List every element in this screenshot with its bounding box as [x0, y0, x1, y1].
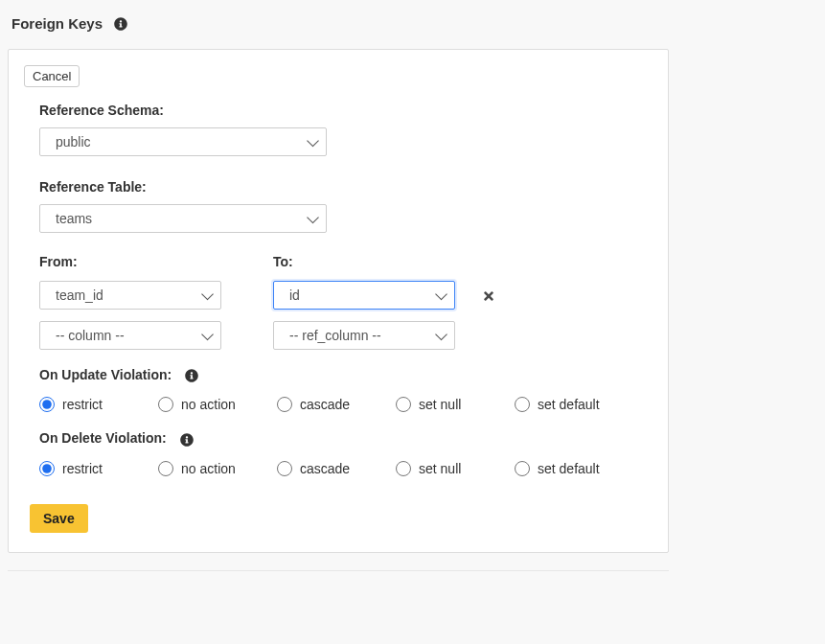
- to-column-placeholder-select[interactable]: -- ref_column --: [273, 321, 455, 350]
- to-column-select-wrap: id: [273, 281, 455, 310]
- reference-table-label: Reference Table:: [39, 173, 653, 204]
- on-update-restrict[interactable]: restrict: [39, 396, 147, 413]
- reference-table-select-wrap: teams: [39, 204, 327, 233]
- on-delete-restrict[interactable]: restrict: [39, 460, 147, 477]
- on-update-label: On Update Violation:: [39, 361, 653, 396]
- on-delete-radios: restrict no action cascade set null set …: [39, 460, 653, 477]
- on-delete-label: On Delete Violation:: [39, 425, 653, 459]
- on-delete-set-null[interactable]: set null: [396, 460, 503, 477]
- from-column-placeholder-select-wrap: -- column --: [39, 321, 221, 350]
- foreign-key-form: Cancel Reference Schema: public Referenc…: [8, 49, 669, 553]
- on-update-no-action[interactable]: no action: [158, 396, 265, 413]
- reference-schema-select[interactable]: public: [39, 127, 327, 156]
- from-column-select-wrap: team_id: [39, 281, 221, 310]
- from-label: From:: [39, 254, 221, 281]
- on-update-radios: restrict no action cascade set null set …: [39, 396, 653, 413]
- on-update-set-default[interactable]: set default: [515, 396, 601, 413]
- reference-schema-label: Reference Schema:: [39, 97, 653, 127]
- cancel-button[interactable]: Cancel: [24, 65, 80, 87]
- on-delete-no-action[interactable]: no action: [158, 460, 265, 477]
- on-update-set-null[interactable]: set null: [396, 396, 503, 413]
- on-delete-cascade[interactable]: cascade: [277, 460, 384, 477]
- remove-mapping-icon[interactable]: [482, 289, 495, 303]
- reference-schema-select-wrap: public: [39, 127, 327, 156]
- info-icon[interactable]: [180, 433, 194, 447]
- divider: [8, 570, 669, 571]
- info-icon[interactable]: [114, 17, 127, 31]
- save-button[interactable]: Save: [30, 504, 88, 533]
- section-header: Foreign Keys: [8, 8, 817, 49]
- to-column-placeholder-select-wrap: -- ref_column --: [273, 321, 455, 350]
- reference-table-select[interactable]: teams: [39, 204, 327, 233]
- section-title: Foreign Keys: [11, 15, 103, 32]
- from-column-placeholder-select[interactable]: -- column --: [39, 321, 221, 350]
- to-column-select[interactable]: id: [273, 281, 455, 310]
- from-column-select[interactable]: team_id: [39, 281, 221, 310]
- on-update-cascade[interactable]: cascade: [277, 396, 384, 413]
- on-delete-set-default[interactable]: set default: [515, 460, 601, 477]
- info-icon[interactable]: [185, 369, 198, 382]
- to-label: To:: [273, 254, 495, 281]
